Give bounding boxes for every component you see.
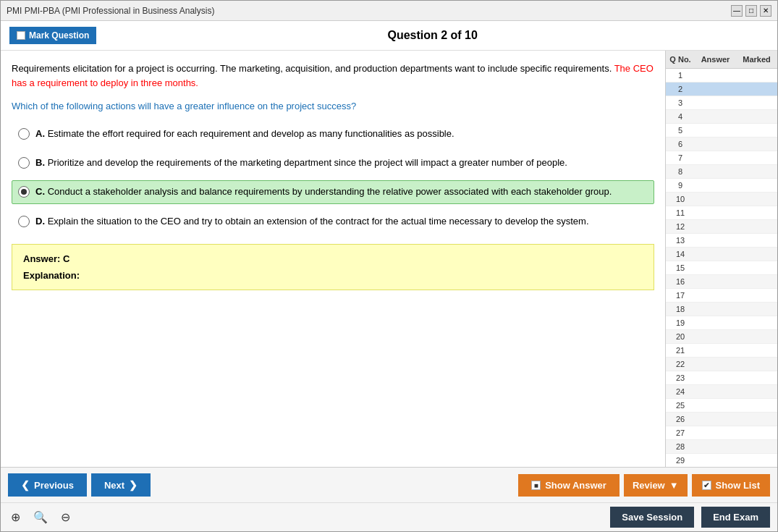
previous-button[interactable]: ❮ Previous xyxy=(8,473,87,497)
sidebar-row[interactable]: 6 xyxy=(666,138,777,151)
maximize-button[interactable]: □ xyxy=(745,5,757,17)
sidebar-row[interactable]: 15 xyxy=(666,261,777,275)
sidebar-row[interactable]: 27 xyxy=(666,426,777,440)
sidebar-marked xyxy=(736,426,777,439)
option-a[interactable]: A. Estimate the effort required for each… xyxy=(12,122,654,145)
answer-box: Answer: C Explanation: xyxy=(12,244,654,290)
sidebar-qno: 8 xyxy=(666,165,695,178)
sidebar-row[interactable]: 2 xyxy=(666,83,777,96)
main-window: PMI PMI-PBA (PMI Professional in Busines… xyxy=(0,0,778,532)
sidebar-answer xyxy=(695,96,736,109)
next-button[interactable]: Next ❯ xyxy=(91,473,151,497)
sidebar-header: Q No. Answer Marked xyxy=(666,51,777,69)
sidebar-row[interactable]: 24 xyxy=(666,385,777,399)
sidebar-row[interactable]: 19 xyxy=(666,316,777,330)
sidebar-row[interactable]: 22 xyxy=(666,358,777,371)
close-button[interactable]: ✕ xyxy=(760,5,771,17)
sidebar-marked xyxy=(736,399,777,412)
sidebar-qno: 5 xyxy=(666,124,695,137)
sidebar-answer xyxy=(695,289,736,302)
sidebar-row[interactable]: 23 xyxy=(666,371,777,385)
sub-question-text: Which of the following actions will have… xyxy=(12,101,654,111)
sidebar-qno: 27 xyxy=(666,426,695,439)
sidebar-row[interactable]: 11 xyxy=(666,206,777,220)
zoom-out-button[interactable]: ⊖ xyxy=(58,509,73,525)
sidebar-answer xyxy=(695,193,736,206)
review-button[interactable]: Review ▼ xyxy=(624,474,688,497)
sidebar-answer xyxy=(695,316,736,329)
sidebar-answer xyxy=(695,124,736,137)
sidebar-qno: 3 xyxy=(666,96,695,109)
sidebar-row[interactable]: 5 xyxy=(666,124,777,138)
show-answer-button[interactable]: ■ Show Answer xyxy=(518,474,620,497)
question-list-sidebar: Q No. Answer Marked 1 2 3 4 5 xyxy=(665,51,777,467)
option-c[interactable]: C. Conduct a stakeholder analysis and ba… xyxy=(12,180,654,203)
sidebar-row[interactable]: 26 xyxy=(666,413,777,426)
option-b[interactable]: B. Prioritize and develop the requiremen… xyxy=(12,151,654,174)
mark-question-button[interactable]: Mark Question xyxy=(9,27,96,44)
sidebar-list[interactable]: 1 2 3 4 5 6 7 8 xyxy=(666,69,777,467)
zoom-in-button[interactable]: ⊕ xyxy=(8,509,23,525)
next-arrow-icon: ❯ xyxy=(129,479,138,491)
sidebar-row[interactable]: 8 xyxy=(666,165,777,179)
secondary-bar: ⊕ 🔍 ⊖ Save Session End Exam xyxy=(1,502,777,531)
sidebar-qno: 24 xyxy=(666,385,695,398)
sidebar-row[interactable]: 16 xyxy=(666,275,777,289)
sidebar-qno: 14 xyxy=(666,248,695,261)
window-title: PMI PMI-PBA (PMI Professional in Busines… xyxy=(7,6,214,16)
sidebar-row[interactable]: 14 xyxy=(666,248,777,261)
zoom-normal-button[interactable]: 🔍 xyxy=(30,509,51,525)
sidebar-row[interactable]: 12 xyxy=(666,220,777,234)
sidebar-qno: 20 xyxy=(666,330,695,343)
sidebar-row[interactable]: 20 xyxy=(666,330,777,344)
sidebar-row[interactable]: 25 xyxy=(666,399,777,413)
sidebar-answer xyxy=(695,83,736,96)
sidebar-qno: 28 xyxy=(666,440,695,453)
sidebar-marked xyxy=(736,454,777,467)
sidebar-row[interactable]: 21 xyxy=(666,344,777,358)
sidebar-row[interactable]: 4 xyxy=(666,110,777,124)
sidebar-marked xyxy=(736,385,777,398)
sidebar-answer xyxy=(695,110,736,123)
sidebar-answer xyxy=(695,261,736,274)
sidebar-qno: 7 xyxy=(666,151,695,164)
radio-a xyxy=(18,128,30,140)
option-a-text: A. Estimate the effort required for each… xyxy=(35,127,454,140)
sidebar-answer xyxy=(695,138,736,151)
sidebar-row[interactable]: 17 xyxy=(666,289,777,303)
sidebar-row[interactable]: 13 xyxy=(666,234,777,248)
radio-b xyxy=(18,157,30,169)
sidebar-row[interactable]: 3 xyxy=(666,96,777,110)
sidebar-row[interactable]: 18 xyxy=(666,303,777,316)
sidebar-answer xyxy=(695,440,736,453)
sidebar-answer xyxy=(695,248,736,261)
sidebar-marked xyxy=(736,275,777,288)
minimize-button[interactable]: — xyxy=(731,5,743,17)
sidebar-qno: 12 xyxy=(666,220,695,233)
sidebar-marked xyxy=(736,69,777,82)
sidebar-col-answer: Answer xyxy=(695,54,736,65)
sidebar-answer xyxy=(695,151,736,164)
sidebar-row[interactable]: 29 xyxy=(666,454,777,467)
sidebar-marked xyxy=(736,138,777,151)
sidebar-row[interactable]: 28 xyxy=(666,440,777,454)
sidebar-qno: 18 xyxy=(666,303,695,316)
sidebar-col-marked: Marked xyxy=(736,54,777,65)
sidebar-marked xyxy=(736,248,777,261)
sidebar-row[interactable]: 1 xyxy=(666,69,777,83)
sidebar-answer xyxy=(695,385,736,398)
show-list-button[interactable]: ✔ Show List xyxy=(692,474,770,497)
sidebar-qno: 25 xyxy=(666,399,695,412)
sidebar-marked xyxy=(736,110,777,123)
sidebar-marked xyxy=(736,289,777,302)
answer-text: Answer: C xyxy=(23,253,643,264)
sidebar-row[interactable]: 10 xyxy=(666,193,777,206)
sidebar-answer xyxy=(695,220,736,233)
sidebar-marked xyxy=(736,371,777,384)
sidebar-answer xyxy=(695,69,736,82)
option-d[interactable]: D. Explain the situation to the CEO and … xyxy=(12,210,654,233)
sidebar-row[interactable]: 9 xyxy=(666,179,777,193)
sidebar-row[interactable]: 7 xyxy=(666,151,777,165)
save-session-button[interactable]: Save Session xyxy=(610,507,694,528)
end-exam-button[interactable]: End Exam xyxy=(701,507,770,528)
